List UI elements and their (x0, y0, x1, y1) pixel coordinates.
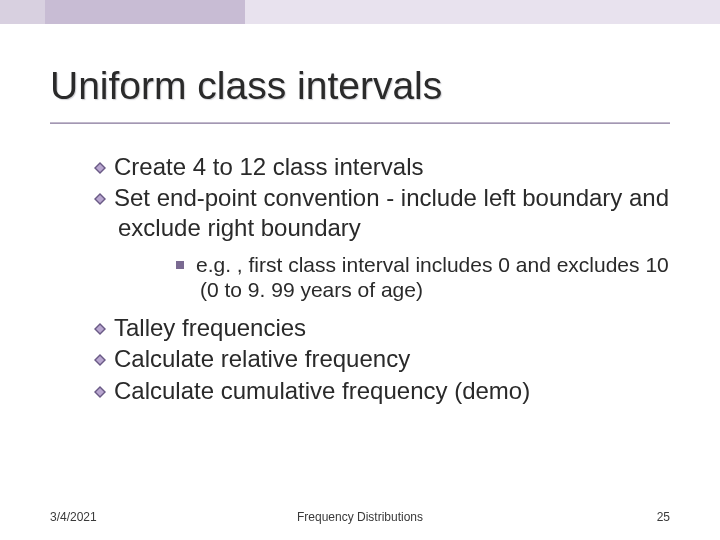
title-rule (50, 122, 670, 124)
decorative-top-bar (0, 0, 720, 24)
topbar-seg-3 (245, 0, 720, 24)
list-item: Calculate cumulative frequency (demo) (94, 376, 670, 405)
slide-title: Uniform class intervals (50, 64, 670, 108)
bullet-text: Set end-point convention - include left … (114, 184, 669, 240)
list-item: Set end-point convention - include left … (94, 183, 670, 303)
list-item: Calculate relative frequency (94, 344, 670, 373)
footer-title: Frequency Distributions (0, 510, 720, 524)
bullet-list: Create 4 to 12 class intervals Set end-p… (50, 152, 670, 405)
list-item: e.g. , first class interval includes 0 a… (176, 252, 670, 303)
diamond-bullet-icon (94, 354, 106, 366)
bullet-text: Calculate relative frequency (114, 345, 410, 372)
diamond-bullet-icon (94, 162, 106, 174)
diamond-bullet-icon (94, 323, 106, 335)
topbar-seg-2 (45, 0, 245, 24)
diamond-bullet-icon (94, 386, 106, 398)
square-bullet-icon (176, 261, 184, 269)
diamond-bullet-icon (94, 193, 106, 205)
topbar-seg-1 (0, 0, 45, 24)
slide-body: Uniform class intervals Create 4 to 12 c… (0, 24, 720, 540)
footer-page-number: 25 (657, 510, 670, 524)
bullet-text: Calculate cumulative frequency (demo) (114, 377, 530, 404)
bullet-text: Talley frequencies (114, 314, 306, 341)
slide-footer: 3/4/2021 Frequency Distributions 25 (0, 510, 720, 524)
sub-bullet-list: e.g. , first class interval includes 0 a… (118, 252, 670, 303)
list-item: Talley frequencies (94, 313, 670, 342)
footer-date: 3/4/2021 (50, 510, 97, 524)
list-item: Create 4 to 12 class intervals (94, 152, 670, 181)
bullet-text: e.g. , first class interval includes 0 a… (196, 253, 669, 302)
bullet-text: Create 4 to 12 class intervals (114, 153, 423, 180)
